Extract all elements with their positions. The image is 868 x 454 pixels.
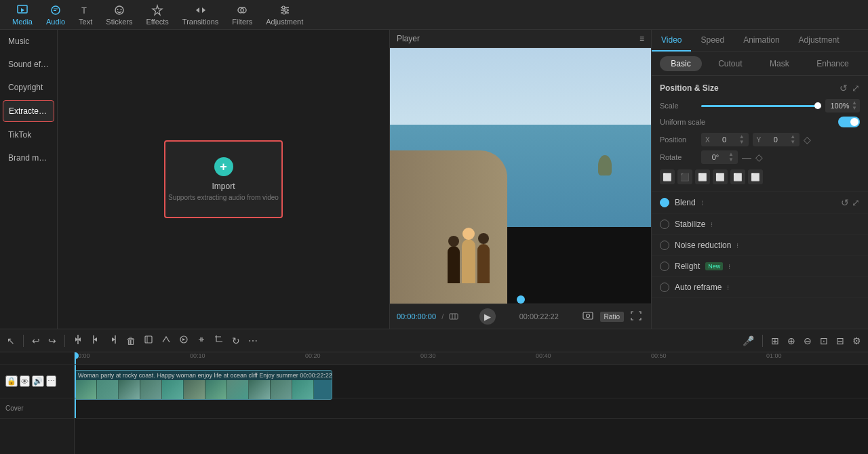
trim-start-button[interactable] — [88, 332, 103, 349]
blend-checkbox[interactable] — [660, 198, 669, 207]
clip-thumb-11 — [292, 380, 314, 399]
scale-track[interactable] — [701, 105, 821, 107]
video-clip[interactable]: Woman party at rocky coast. Happy woman … — [75, 370, 332, 400]
sidebar-item-copyright[interactable]: Copyright — [3, 77, 54, 98]
crop-button[interactable] — [212, 332, 226, 349]
speed-button[interactable] — [159, 332, 174, 349]
split-button[interactable] — [71, 332, 85, 349]
toolbar-stickers[interactable]: Stickers — [99, 1, 139, 28]
sidebar-item-sound-effects[interactable]: Sound effe... — [3, 54, 54, 75]
align-center-v-icon[interactable]: ⬜ — [730, 169, 745, 184]
rotate-minus[interactable]: — — [742, 152, 751, 163]
relight-dot: ⁝ — [728, 263, 730, 270]
scale-down[interactable]: ▼ — [852, 106, 857, 111]
sidebar-item-music[interactable]: Music — [3, 31, 54, 51]
ratio-button[interactable]: Ratio — [600, 312, 624, 322]
position-link-icon[interactable]: ◇ — [804, 134, 811, 145]
tab-animation[interactable]: Animation — [734, 30, 789, 51]
zoom-in-button[interactable]: ⊕ — [785, 333, 798, 349]
track-audio-icon[interactable]: 🔊 — [32, 375, 44, 387]
subtab-enhance[interactable]: Enhance — [806, 56, 859, 71]
snap-button[interactable]: ⊡ — [817, 333, 831, 349]
align-center-h-icon[interactable]: ⬛ — [677, 169, 692, 184]
toolbar-adjustment[interactable]: Adjustment — [259, 1, 310, 28]
toolbar-effects[interactable]: Effects — [139, 1, 175, 28]
cursor-tool[interactable]: ↖ — [4, 333, 18, 349]
zoom-fit-button[interactable]: ⊞ — [768, 333, 782, 349]
stabilize-row[interactable]: Stabilize ⁝ — [652, 214, 868, 235]
more-button[interactable]: ⋯ — [245, 333, 260, 349]
detach-button[interactable] — [194, 332, 209, 349]
redo-button[interactable]: ↪ — [45, 333, 59, 349]
fullscreen-icon — [631, 310, 642, 321]
auto-reframe-row[interactable]: Auto reframe ⁝ — [652, 277, 868, 298]
align-icons: ⬜ ⬛ ⬜ ⬜ ⬜ ⬜ — [660, 169, 860, 184]
extract-audio-button[interactable] — [176, 332, 191, 349]
blend-label: Blend — [675, 198, 696, 207]
trim-end-button[interactable] — [106, 332, 121, 349]
track-more-icon[interactable]: ⋯ — [46, 375, 56, 387]
align-bottom-icon[interactable]: ⬜ — [748, 169, 763, 184]
track-hide-icon[interactable]: 👁 — [20, 375, 30, 387]
sidebar-item-tiktok[interactable]: TikTok — [3, 125, 54, 145]
tab-video[interactable]: Video — [652, 30, 691, 51]
position-x-box: X ▲ ▼ — [701, 133, 749, 146]
subtab-basic[interactable]: Basic — [660, 56, 701, 71]
noise-reduction-row[interactable]: Noise reduction ⁝ — [652, 235, 868, 256]
rotate-down[interactable]: ▼ — [728, 157, 734, 163]
track-lock-icon[interactable]: 🔒 — [5, 375, 18, 387]
zoom-out-button[interactable]: ⊖ — [801, 333, 814, 349]
stabilize-checkbox[interactable] — [660, 220, 669, 229]
relight-row[interactable]: Relight New ⁝ — [652, 256, 868, 277]
delete-button[interactable]: 🗑 — [123, 333, 138, 349]
blend-row[interactable]: Blend ⁝ ↺ ⤢ — [652, 192, 868, 214]
rotate-link-icon[interactable]: ◇ — [755, 152, 763, 163]
position-x-input[interactable] — [713, 136, 736, 144]
toolbar-transitions[interactable]: Transitions — [176, 1, 225, 28]
sidebar-item-brand-music[interactable]: Brand music — [3, 148, 54, 168]
rotate-cw-button[interactable]: ↻ — [229, 333, 243, 349]
split-view-button[interactable]: ⊟ — [833, 333, 847, 349]
tab-speed[interactable]: Speed — [691, 30, 734, 51]
trim-end-icon — [108, 335, 118, 344]
sidebar-item-extracted[interactable]: Extracted a... — [3, 100, 54, 122]
align-left-icon[interactable]: ⬜ — [660, 169, 675, 184]
freeze-button[interactable] — [141, 332, 156, 349]
relight-badge: New — [705, 262, 723, 270]
rotate-input[interactable] — [705, 153, 726, 161]
toolbar-text[interactable]: T Text — [72, 1, 99, 28]
mic-button[interactable]: 🎤 — [740, 333, 757, 349]
position-y-label: Y — [757, 136, 762, 144]
align-top-icon[interactable]: ⬜ — [713, 169, 728, 184]
expand-icon[interactable]: ⤢ — [852, 83, 860, 94]
pos-x-down[interactable]: ▼ — [739, 140, 745, 145]
uniform-scale-toggle[interactable] — [838, 117, 860, 127]
reset-icon[interactable]: ↺ — [840, 83, 848, 94]
undo-button[interactable]: ↩ — [29, 333, 43, 349]
blend-reset-icon[interactable]: ↺ — [841, 197, 849, 208]
play-button[interactable]: ▶ — [479, 308, 496, 325]
toolbar-filters[interactable]: Filters — [225, 1, 259, 28]
relight-checkbox[interactable] — [660, 262, 669, 271]
import-box[interactable]: + Import Supports extracting audio from … — [164, 140, 283, 218]
noise-reduction-checkbox[interactable] — [660, 241, 669, 250]
player-menu-icon[interactable]: ≡ — [639, 34, 644, 43]
toolbar-audio[interactable]: Audio — [39, 1, 72, 28]
clip-thumb-8 — [227, 380, 249, 399]
position-y-input[interactable] — [764, 136, 787, 144]
align-right-icon[interactable]: ⬜ — [695, 169, 710, 184]
pos-y-down[interactable]: ▼ — [790, 140, 795, 145]
toolbar-media[interactable]: Media — [5, 1, 39, 28]
blend-expand-icon[interactable]: ⤢ — [852, 197, 860, 208]
fullscreen-button[interactable] — [628, 309, 644, 324]
section-title-position: Position & Size — [660, 83, 719, 93]
auto-reframe-checkbox[interactable] — [660, 283, 669, 292]
video-scene — [390, 48, 651, 304]
timeline-tracks[interactable]: 00:00 00:10 00:20 00:30 00:40 00:50 01:0… — [75, 352, 868, 454]
auto-reframe-dot: ⁝ — [727, 284, 729, 291]
screenshot-button[interactable] — [580, 309, 596, 324]
tab-adjustment[interactable]: Adjustment — [789, 30, 849, 51]
subtab-cutout[interactable]: Cutout — [707, 56, 753, 71]
settings-button[interactable]: ⚙ — [850, 333, 864, 349]
subtab-mask[interactable]: Mask — [759, 56, 800, 71]
